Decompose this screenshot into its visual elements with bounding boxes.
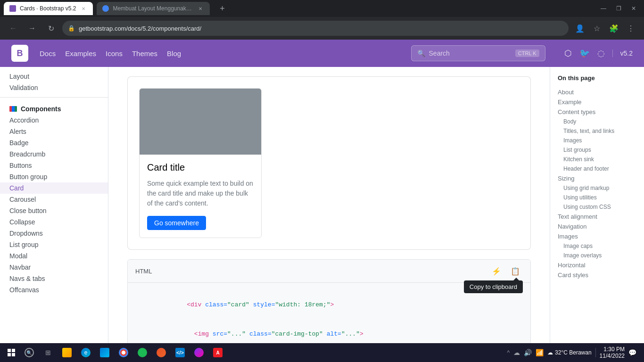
sidebar-item-collapse[interactable]: Collapse — [0, 216, 108, 228]
toc-example[interactable]: Example — [550, 97, 644, 107]
bookmark-icon[interactable]: ☆ — [589, 21, 604, 36]
sidebar-item-accordion[interactable]: Accordion — [0, 115, 108, 126]
task-view-button[interactable]: ⊞ — [40, 344, 57, 361]
menu-button[interactable]: ⋮ — [623, 21, 638, 36]
vscode-button[interactable]: </> — [172, 344, 189, 361]
toc-header-footer[interactable]: Header and footer — [550, 164, 644, 173]
code-tab-html[interactable]: HTML — [135, 268, 152, 275]
app1-button[interactable] — [190, 344, 207, 361]
toc-images[interactable]: Images — [550, 136, 644, 145]
chrome-icon — [119, 348, 128, 357]
start-button[interactable] — [4, 344, 19, 361]
file-explorer-button[interactable] — [58, 344, 75, 361]
sidebar-item-close-button[interactable]: Close button — [0, 205, 108, 216]
tab-active[interactable]: Cards · Bootstrap v5.2 ✕ — [4, 2, 93, 15]
extension2-button[interactable] — [153, 344, 170, 361]
network-icon[interactable]: ☁ — [513, 349, 520, 356]
toc-using-custom-css[interactable]: Using custom CSS — [550, 202, 644, 212]
circle-icon[interactable]: ◌ — [597, 48, 605, 58]
navbar-link-icons[interactable]: Icons — [106, 49, 123, 58]
sidebar-item-badge[interactable]: Badge — [0, 137, 108, 148]
code-block-header: HTML ⚡ 📋 Copy to clipboard — [128, 260, 530, 283]
navbar-link-themes[interactable]: Themes — [132, 49, 157, 58]
toc-content-types[interactable]: Content types — [550, 107, 644, 117]
sidebar-item-alerts[interactable]: Alerts — [0, 126, 108, 137]
toc-card-styles[interactable]: Card styles — [550, 270, 644, 280]
toc-body[interactable]: Body — [550, 117, 644, 126]
edge-button[interactable]: e — [77, 344, 94, 361]
weather-icon: ☁ — [547, 349, 553, 356]
notification-icon[interactable]: 💬 — [628, 349, 636, 356]
navbar-link-examples[interactable]: Examples — [65, 49, 96, 58]
sidebar-item-navbar[interactable]: Navbar — [0, 262, 108, 273]
minimize-button[interactable]: — — [597, 2, 610, 15]
search-taskbar-button[interactable]: 🔍 — [21, 344, 38, 361]
vscode-icon: </> — [175, 348, 185, 357]
toc-about[interactable]: About — [550, 87, 644, 97]
wifi-icon[interactable]: 📶 — [536, 349, 544, 356]
sidebar-item-layout[interactable]: Layout — [0, 71, 108, 82]
sound-icon[interactable]: 🔊 — [524, 349, 532, 356]
sidebar-item-list-group[interactable]: List group — [0, 239, 108, 250]
sidebar-item-dropdowns[interactable]: Dropdowns — [0, 228, 108, 239]
sidebar-item-validation[interactable]: Validation — [0, 82, 108, 93]
extensions-icon[interactable]: 🧩 — [606, 21, 621, 36]
code-line-1: <div class="card" style="width: 18rem;"> — [135, 290, 523, 320]
tab-inactive[interactable]: Membuat Layout Menggunakan... ✕ — [97, 2, 210, 15]
toc-kitchen-sink[interactable]: Kitchen sink — [550, 155, 644, 164]
store-button[interactable] — [96, 344, 113, 361]
back-button[interactable]: ← — [6, 21, 21, 36]
url-bar[interactable]: 🔒 getbootstrap.com/docs/5.2/components/c… — [62, 21, 569, 36]
version-selector[interactable]: v5.2 — [612, 49, 633, 57]
tab-add-button[interactable]: + — [215, 2, 229, 15]
navbar-link-docs[interactable]: Docs — [40, 49, 56, 58]
toc-navigation[interactable]: Navigation — [550, 222, 644, 231]
maximize-button[interactable]: ❐ — [612, 2, 625, 15]
sidebar-item-navs-tabs[interactable]: Navs & tabs — [0, 273, 108, 284]
tab-close-active[interactable]: ✕ — [80, 5, 87, 12]
toc-using-grid[interactable]: Using grid markup — [550, 183, 644, 193]
sidebar-item-card[interactable]: Card — [0, 182, 108, 194]
left-sidebar: Layout Validation Components Accordion A… — [0, 67, 108, 343]
github-icon[interactable]: ⬡ — [564, 48, 572, 58]
bootstrap-brand[interactable]: B — [11, 45, 28, 62]
forward-button[interactable]: → — [25, 21, 40, 36]
app1-icon — [194, 348, 204, 357]
search-bar[interactable]: 🔍 Search CTRL K — [411, 45, 545, 61]
stackblitz-button[interactable]: ⚡ — [489, 263, 504, 279]
toc-sizing[interactable]: Sizing — [550, 173, 644, 183]
chrome-button[interactable] — [115, 344, 132, 361]
toc-image-caps[interactable]: Image caps — [550, 241, 644, 251]
toc-image-overlays[interactable]: Image overlays — [550, 251, 644, 260]
spotify-button[interactable] — [134, 344, 151, 361]
weather-widget[interactable]: ☁ 32°C Berawan — [547, 349, 592, 356]
twitter-icon[interactable]: 🐦 — [579, 48, 590, 58]
navbar-link-blog[interactable]: Blog — [167, 49, 181, 58]
toc-using-utilities[interactable]: Using utilities — [550, 193, 644, 202]
toc-text-alignment[interactable]: Text alignment — [550, 212, 644, 222]
taskbar-clock[interactable]: 1:30 PM 11/4/2022 — [600, 346, 625, 359]
tray-up-arrow[interactable]: ^ — [507, 349, 510, 356]
store-icon — [100, 348, 109, 357]
toc-horizontal[interactable]: Horizontal — [550, 260, 644, 270]
reload-button[interactable]: ↻ — [43, 21, 58, 36]
profile-icon[interactable]: 👤 — [572, 21, 587, 36]
card-image-placeholder — [140, 89, 261, 155]
sidebar-item-buttons[interactable]: Buttons — [0, 160, 108, 171]
card-preview-section: Card title Some quick example text to bu… — [127, 76, 531, 250]
copy-button[interactable]: 📋 — [508, 263, 523, 279]
sidebar-item-breadcrumb[interactable]: Breadcrumb — [0, 148, 108, 160]
toc-list-groups[interactable]: List groups — [550, 145, 644, 155]
go-somewhere-button[interactable]: Go somewhere — [147, 216, 206, 230]
sidebar-item-carousel[interactable]: Carousel — [0, 194, 108, 205]
browser-frame: Cards · Bootstrap v5.2 ✕ Membuat Layout … — [0, 0, 644, 362]
close-button[interactable]: ✕ — [627, 2, 640, 15]
sidebar-item-modal[interactable]: Modal — [0, 250, 108, 262]
sidebar-item-offcanvas[interactable]: Offcanvas — [0, 284, 108, 296]
acrobat-button[interactable]: A — [209, 344, 226, 361]
tab-close-inactive[interactable]: ✕ — [197, 5, 204, 12]
toc-images-2[interactable]: Images — [550, 231, 644, 241]
sidebar-item-button-group[interactable]: Button group — [0, 171, 108, 182]
bootstrap-navbar: B Docs Examples Icons Themes Blog 🔍 Sear… — [0, 40, 644, 67]
toc-titles-text[interactable]: Titles, text, and links — [550, 126, 644, 136]
